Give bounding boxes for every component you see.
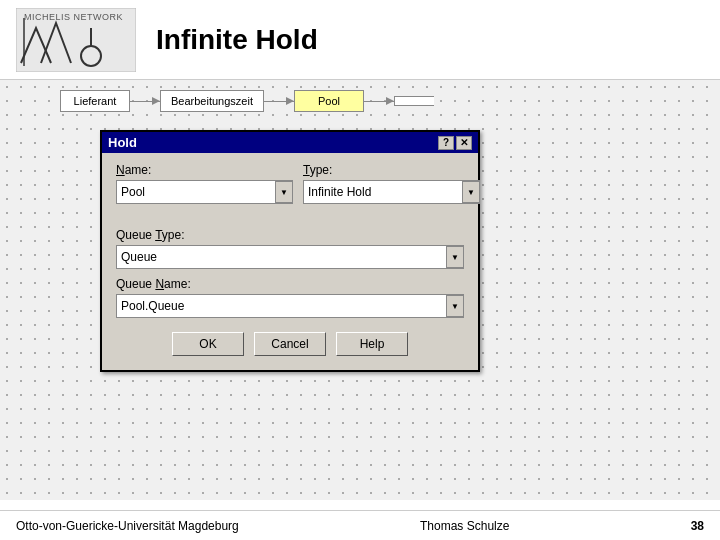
name-label: Name: bbox=[116, 163, 293, 177]
header: MICHELIS NETWORK Infinite Hold bbox=[0, 0, 720, 80]
cancel-button[interactable]: Cancel bbox=[254, 332, 326, 356]
queue-type-section: Queue Type: ▼ bbox=[116, 228, 464, 269]
dialog-title: Hold bbox=[108, 135, 137, 150]
name-type-row: Name: ▼ Type: ▼ bbox=[116, 163, 464, 204]
queue-type-label: Queue Type: bbox=[116, 228, 464, 242]
diagram-area: Lieferant Bearbeitungszeit Pool bbox=[60, 90, 434, 112]
name-dropdown-btn[interactable]: ▼ bbox=[275, 181, 293, 203]
close-button[interactable]: ✕ bbox=[456, 136, 472, 150]
queue-name-dropdown-btn[interactable]: ▼ bbox=[446, 295, 464, 317]
footer-page-number: 38 bbox=[691, 519, 704, 533]
diagram-box-partial bbox=[394, 96, 434, 106]
type-input[interactable] bbox=[304, 183, 462, 201]
type-dropdown-btn[interactable]: ▼ bbox=[462, 181, 480, 203]
dialog-titlebar: Hold ? ✕ bbox=[102, 132, 478, 153]
diagram-arrow-3 bbox=[364, 101, 394, 102]
sim-logo-text: MICHELIS NETWORK bbox=[24, 12, 123, 22]
diagram-arrow-2 bbox=[264, 101, 294, 102]
queue-name-combo[interactable]: ▼ bbox=[116, 294, 464, 318]
queue-type-dropdown-btn[interactable]: ▼ bbox=[446, 246, 464, 268]
titlebar-left: Hold bbox=[108, 135, 137, 150]
dialog-body: Name: ▼ Type: ▼ Queue Type: bbox=[102, 153, 478, 370]
queue-name-section: Queue Name: ▼ bbox=[116, 277, 464, 318]
queue-type-combo[interactable]: ▼ bbox=[116, 245, 464, 269]
type-combo[interactable]: ▼ bbox=[303, 180, 480, 204]
name-input[interactable] bbox=[117, 183, 275, 201]
dialog-buttons: OK Cancel Help bbox=[116, 332, 464, 356]
diagram-box-bearbeitungszeit: Bearbeitungszeit bbox=[160, 90, 264, 112]
footer-author: Thomas Schulze bbox=[420, 519, 509, 533]
ok-button[interactable]: OK bbox=[172, 332, 244, 356]
hold-dialog: Hold ? ✕ Name: ▼ Type: bbox=[100, 130, 480, 372]
queue-name-input[interactable] bbox=[117, 297, 446, 315]
type-col: Type: ▼ bbox=[303, 163, 480, 204]
spacer-1 bbox=[116, 212, 464, 228]
page-title: Infinite Hold bbox=[156, 24, 318, 56]
name-combo[interactable]: ▼ bbox=[116, 180, 293, 204]
titlebar-controls: ? ✕ bbox=[438, 136, 472, 150]
main-content: Lieferant Bearbeitungszeit Pool Hold ? ✕… bbox=[0, 80, 720, 500]
diagram-arrow-1 bbox=[130, 101, 160, 102]
queue-type-input[interactable] bbox=[117, 248, 446, 266]
diagram-box-lieferant: Lieferant bbox=[60, 90, 130, 112]
footer-university: Otto-von-Guericke-Universität Magdeburg bbox=[16, 519, 239, 533]
help-button[interactable]: Help bbox=[336, 332, 408, 356]
name-col: Name: ▼ bbox=[116, 163, 293, 204]
logo-area: MICHELIS NETWORK bbox=[16, 8, 136, 72]
type-label: Type: bbox=[303, 163, 480, 177]
help-icon-button[interactable]: ? bbox=[438, 136, 454, 150]
footer: Otto-von-Guericke-Universität Magdeburg … bbox=[0, 510, 720, 540]
diagram-box-pool: Pool bbox=[294, 90, 364, 112]
queue-name-label: Queue Name: bbox=[116, 277, 464, 291]
